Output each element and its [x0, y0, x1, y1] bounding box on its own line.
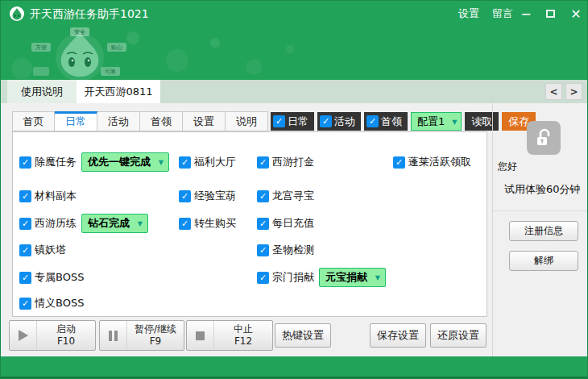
unlock-icon	[527, 121, 561, 155]
task-dropdown[interactable]: 优先一键完成	[81, 152, 169, 172]
start-hotkey: F10	[57, 335, 75, 348]
mascot-tag-caring: 贴心	[110, 44, 122, 51]
tab-settings[interactable]: 设置	[183, 111, 226, 131]
task-label: 情义BOSS	[35, 296, 84, 310]
tab-scroll-right-icon[interactable]: >	[565, 83, 582, 100]
tab-scroll-left-icon[interactable]: <	[545, 83, 562, 100]
tab-kaitian-xiyou-0811[interactable]: 开天西游0811	[77, 80, 160, 103]
pause-icon	[100, 321, 127, 350]
tab-boss[interactable]: 首领	[140, 111, 183, 131]
greeting-text: 您好	[498, 160, 517, 173]
task-label: 材料副本	[35, 189, 77, 203]
register-info-button[interactable]: 注册信息	[509, 221, 578, 241]
tab-instructions[interactable]: 说明	[226, 111, 268, 131]
task-dropdown[interactable]: 钻石完成	[81, 214, 148, 233]
checkbox-icon[interactable]	[19, 218, 31, 230]
toolbar-check-activity-label: 活动	[334, 115, 355, 129]
task-item: 圣物检测	[257, 241, 314, 259]
pause-label: 暂停/继续	[135, 323, 176, 335]
task-item: 转生购买	[179, 214, 236, 232]
task-label: 专属BOSS	[35, 270, 84, 285]
task-label: 龙宫寻宝	[272, 189, 314, 203]
titlebar: 开天西游任务助手1021 设置 留言 − ✕	[1, 1, 588, 27]
task-item: 经验宝葫	[179, 187, 236, 205]
task-label: 经验宝葫	[194, 189, 236, 203]
task-label: 宗门捐献	[272, 270, 314, 285]
task-label: 除魔任务	[35, 155, 77, 169]
checkbox-icon[interactable]	[393, 156, 405, 169]
stop-icon	[187, 321, 214, 350]
mascot-decoration: 安全 方便 贴心 可靠	[12, 27, 334, 80]
toolbar-check-activity[interactable]: 活动	[317, 112, 361, 131]
checkbox-icon[interactable]	[179, 190, 191, 202]
task-item: 每日充值	[257, 214, 314, 232]
app-window: 开天西游任务助手1021 设置 留言 − ✕	[0, 0, 588, 379]
checkbox-icon[interactable]	[19, 272, 31, 284]
tab-daily[interactable]: 日常	[55, 111, 97, 131]
checkbox-icon[interactable]	[257, 272, 269, 284]
task-item: 龙宫寻宝	[257, 187, 314, 205]
document-tabstrip: 使用说明 开天西游0811 < >	[1, 80, 588, 103]
pause-hotkey: F9	[150, 335, 162, 348]
restore-settings-button[interactable]: 还原设置	[430, 323, 487, 348]
toolbar-check-boss[interactable]: 首领	[364, 112, 408, 131]
task-label: 圣物检测	[272, 243, 314, 257]
app-logo-icon	[9, 6, 25, 22]
profile-select[interactable]: 配置1	[411, 112, 462, 131]
section-tabs: 首页 日常 活动 首领 设置 说明	[12, 111, 268, 131]
checkbox-icon[interactable]	[179, 156, 191, 169]
task-label: 蓬莱活跃领取	[408, 155, 471, 169]
mascot-tag-convenient: 方便	[35, 44, 47, 51]
start-button[interactable]: 启动F10	[9, 320, 96, 351]
toolbar-check-daily-label: 日常	[288, 115, 308, 129]
stop-button[interactable]: 中止F12	[186, 320, 273, 351]
task-label: 福利大厅	[194, 155, 236, 169]
checkbox-icon[interactable]	[257, 218, 269, 230]
sidebar-divider	[493, 210, 588, 211]
unbind-button[interactable]: 解绑	[509, 251, 578, 271]
checkbox-icon[interactable]	[179, 218, 191, 230]
checkbox-icon[interactable]	[19, 244, 31, 256]
task-item: 材料副本	[19, 187, 77, 205]
stop-label: 中止	[234, 323, 253, 335]
close-icon[interactable]: ✕	[565, 1, 587, 27]
tab-home[interactable]: 首页	[12, 111, 55, 131]
toolbar-check-daily[interactable]: 日常	[271, 112, 314, 131]
mascot-tag-safe: 安全	[74, 29, 85, 35]
hotkey-settings-button[interactable]: 热键设置	[275, 323, 331, 348]
window-title: 开天西游任务助手1021	[30, 1, 149, 27]
task-label: 转生购买	[194, 216, 236, 231]
mascot-tag-reliable: 可靠	[105, 69, 116, 75]
task-item: 专属BOSS	[19, 269, 84, 286]
checkbox-icon[interactable]	[257, 244, 269, 256]
play-icon	[10, 321, 37, 350]
task-item: 西游打金	[257, 153, 314, 171]
task-item: 除魔任务优先一键完成	[19, 153, 169, 171]
maximize-icon[interactable]	[539, 1, 561, 27]
task-item: 福利大厅	[179, 153, 236, 171]
task-label: 每日充值	[272, 216, 314, 231]
checkbox-icon[interactable]	[19, 298, 31, 310]
checkbox-icon[interactable]	[19, 156, 31, 169]
start-label: 启动	[56, 323, 76, 335]
task-item: 西游历练钻石完成	[19, 214, 148, 232]
checkbox-icon[interactable]	[273, 115, 285, 127]
toolbar-check-boss-label: 首领	[381, 115, 402, 129]
task-item: 情义BOSS	[19, 294, 84, 312]
checkbox-icon[interactable]	[366, 115, 379, 127]
task-item: 宗门捐献元宝捐献	[257, 269, 386, 286]
save-settings-button[interactable]: 保存设置	[370, 323, 426, 348]
task-label: 西游打金	[272, 155, 314, 169]
titlebar-settings-link[interactable]: 设置	[452, 1, 486, 27]
pause-resume-button[interactable]: 暂停/继续F9	[99, 320, 184, 351]
checkbox-icon[interactable]	[19, 190, 31, 202]
checkbox-icon[interactable]	[257, 156, 269, 169]
task-label: 镇妖塔	[35, 243, 66, 257]
task-item: 镇妖塔	[19, 241, 66, 259]
tab-activity[interactable]: 活动	[97, 111, 140, 131]
task-dropdown[interactable]: 元宝捐献	[319, 268, 386, 287]
minimize-icon[interactable]: −	[515, 1, 537, 27]
checkbox-icon[interactable]	[320, 115, 332, 127]
tab-usage-guide[interactable]: 使用说明	[7, 80, 77, 103]
checkbox-icon[interactable]	[257, 190, 269, 202]
